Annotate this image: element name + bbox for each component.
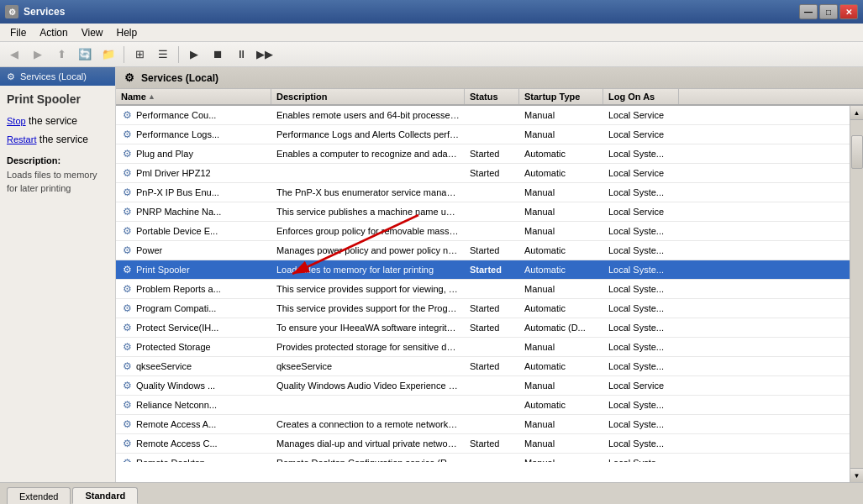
tab-extended[interactable]: Extended [7,487,71,504]
col-name[interactable]: Name ▲ [116,89,271,104]
scroll-up-button[interactable]: ▲ [850,106,864,120]
table-row[interactable]: ⚙PNRP Machine Na...This service publishe… [116,202,850,222]
cell-logon: Local Syste... [603,396,679,414]
table-header: Name ▲ Description Status Startup Type L… [116,89,863,106]
table-row[interactable]: ⚙Performance Cou...Enables remote users … [116,106,850,125]
cell-name: ⚙Portable Device E... [116,222,271,240]
stop-link[interactable]: Stop [7,116,26,126]
scroll-down-button[interactable]: ▼ [850,468,864,482]
cell-logon: Local Syste... [603,454,679,462]
service-icon: ⚙ [121,302,133,314]
table-row[interactable]: ⚙Print SpoolerLoads files to memory for … [116,260,850,280]
resume-service-button[interactable]: ▶▶ [254,45,276,65]
table-row[interactable]: ⚙Protect Service(IH...To ensure your IHe… [116,318,850,338]
service-icon: ⚙ [121,225,133,237]
cell-logon: Local Syste... [603,434,679,453]
table-row[interactable]: ⚙Remote Desktop ...Remote Desktop Config… [116,454,850,462]
scrollbar[interactable]: ▲ ▼ [850,106,863,482]
title-bar-icon: ⚙ [5,5,18,18]
forward-button[interactable]: ▶ [27,45,49,65]
service-icon: ⚙ [121,109,133,121]
cell-description: Enables a computer to recognize and adap… [271,144,465,163]
cell-startup: Manual [519,106,603,124]
title-bar-title: Services [24,6,799,18]
table-row[interactable]: ⚙Remote Access A...Creates a connection … [116,415,850,434]
cell-name: ⚙Problem Reports a... [116,280,271,298]
table-row[interactable]: ⚙PowerManages power policy and power pol… [116,241,850,260]
cell-name: ⚙Remote Desktop ... [116,454,271,462]
cell-status: Started [465,241,519,260]
cell-logon: Local Syste... [603,280,679,298]
left-header-label: Services (Local) [20,71,87,81]
cell-startup: Manual [519,376,603,395]
cell-name: ⚙Protected Storage [116,338,271,356]
cell-description [271,396,465,414]
right-panel-header: ⚙ Services (Local) [116,67,863,89]
scrollbar-thumb[interactable] [851,135,863,169]
cell-name: ⚙Remote Access A... [116,415,271,433]
description-label: Description: [7,155,108,165]
table-row[interactable]: ⚙PnP-X IP Bus Enu...The PnP-X bus enumer… [116,183,850,202]
table-row[interactable]: ⚙Reliance Netconn...AutomaticLocal Syste… [116,396,850,415]
cell-name-text: qkseeService [136,359,192,374]
pause-service-button[interactable]: ⏸ [230,45,252,65]
cell-name: ⚙Pml Driver HPZ12 [116,164,271,182]
table-row[interactable]: ⚙Performance Logs...Performance Logs and… [116,125,850,144]
cell-name-text: Performance Cou... [136,108,216,123]
table-row[interactable]: ⚙Pml Driver HPZ12StartedAutomaticLocal S… [116,164,850,183]
col-status[interactable]: Status [465,89,519,104]
cell-logon: Local Syste... [603,241,679,260]
stop-text: the service [26,115,77,127]
table-row[interactable]: ⚙Portable Device E...Enforces group poli… [116,222,850,241]
table-row[interactable]: ⚙Protected StorageProvides protected sto… [116,338,850,357]
restart-link[interactable]: Restart [7,134,36,144]
close-button[interactable]: ✕ [839,4,858,19]
menu-item-view[interactable]: View [75,25,110,40]
minimize-button[interactable]: — [799,4,818,19]
table-row[interactable]: ⚙Plug and PlayEnables a computer to reco… [116,144,850,164]
refresh-button[interactable]: 🔄 [74,45,96,65]
cell-status [465,106,519,124]
up-button[interactable]: ⬆ [50,45,72,65]
title-bar: ⚙ Services — □ ✕ [0,0,863,24]
table-row[interactable]: ⚙Problem Reports a...This service provid… [116,280,850,299]
col-name-label: Name [121,92,146,102]
cell-name-text: Remote Desktop ... [136,455,215,462]
col-logon[interactable]: Log On As [603,89,679,104]
table-row[interactable]: ⚙Quality Windows ...Quality Windows Audi… [116,376,850,396]
cell-logon: Local Syste... [603,318,679,337]
cell-name: ⚙Plug and Play [116,144,271,163]
back-button[interactable]: ◀ [3,45,25,65]
cell-status [465,222,519,240]
cell-status: Started [465,164,519,182]
cell-description: Provides protected storage for sensitive… [271,338,465,356]
cell-name: ⚙PNRP Machine Na... [116,202,271,221]
cell-name-text: Power [136,243,162,258]
table-row[interactable]: ⚙Remote Access C...Manages dial-up and v… [116,434,850,454]
cell-startup: Automatic [519,299,603,318]
cell-logon: Local Service [603,125,679,144]
start-service-button[interactable]: ▶ [183,45,205,65]
separator-2 [178,46,179,63]
cell-description: Enables remote users and 64-bit processe… [271,106,465,124]
menu-item-file[interactable]: File [3,25,33,40]
cell-name-text: Remote Access C... [136,436,218,451]
service-icon: ⚙ [121,129,133,140]
folder-button[interactable]: 📁 [97,45,119,65]
table-body: ⚙Performance Cou...Enables remote users … [116,106,850,462]
tab-standard[interactable]: Standard [72,487,138,504]
cell-description: The PnP-X bus enumerator service manages… [271,183,465,202]
menu-item-help[interactable]: Help [110,25,145,40]
sort-arrow-icon: ▲ [148,92,155,101]
stop-action-line: Stop the service [7,113,108,131]
stop-service-button[interactable]: ⏹ [207,45,229,65]
maximize-button[interactable]: □ [819,4,838,19]
table-row[interactable]: ⚙qkseeServiceqkseeServiceStartedAutomati… [116,357,850,376]
col-startup[interactable]: Startup Type [519,89,603,104]
list-button[interactable]: ☰ [152,45,174,65]
menu-item-action[interactable]: Action [33,25,74,40]
table-row[interactable]: ⚙Program Compati...This service provides… [116,299,850,318]
col-description[interactable]: Description [271,89,465,104]
service-icon: ⚙ [121,399,133,411]
properties-button[interactable]: ⊞ [129,45,150,65]
